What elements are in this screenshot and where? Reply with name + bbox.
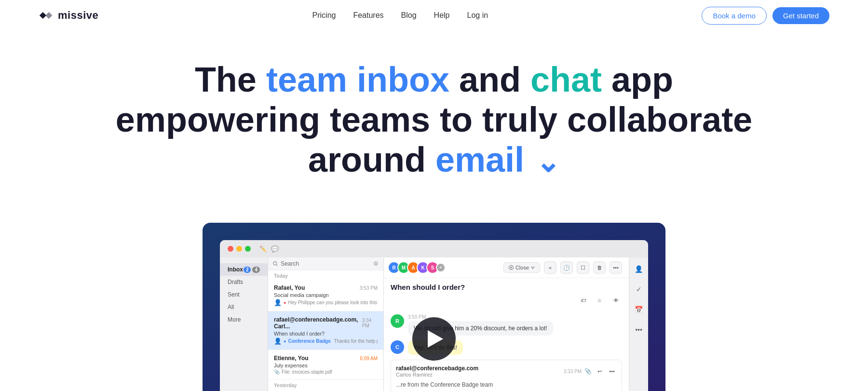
nav-pricing[interactable]: Pricing xyxy=(312,11,336,20)
filter-icon[interactable]: ⚙ xyxy=(373,260,379,267)
email-item-1-time: 3:53 PM xyxy=(360,285,378,291)
hero-text-and: and xyxy=(459,60,530,99)
right-person-icon[interactable]: 👤 xyxy=(632,262,646,276)
msg-3-more-icon[interactable]: ••• xyxy=(607,366,617,376)
email-item-2-subject: When should I order? xyxy=(274,331,378,337)
email-item-3-subject: July expenses xyxy=(274,363,378,368)
email-view-actions: Close « 🕐 ☐ 🗑 ••• xyxy=(503,261,622,274)
comment-icon[interactable]: 💬 xyxy=(271,245,279,253)
screenshot-wrapper: ✏️ 💬 ⌄ Inbox 2 4 xyxy=(0,223,868,391)
search-icon xyxy=(273,261,278,267)
search-bar: ⚙ xyxy=(268,257,383,270)
more-actions-icon[interactable]: ••• xyxy=(610,261,622,274)
avatar-group: R M A K S + xyxy=(391,261,446,274)
hero-text-app: app xyxy=(611,60,673,99)
sidebar-all-label: All xyxy=(228,304,234,310)
get-started-button[interactable]: Get started xyxy=(773,7,829,24)
chevron-icon[interactable]: ⌄ xyxy=(283,245,288,253)
email-item-3-time: 6:09 AM xyxy=(360,356,378,361)
toolbar-icons: ✏️ 💬 ⌄ xyxy=(259,245,288,253)
sidebar-item-all[interactable]: All xyxy=(220,301,268,313)
svg-line-1 xyxy=(276,265,277,266)
msg-2-avatar: C xyxy=(391,340,404,354)
book-demo-button[interactable]: Book a demo xyxy=(702,7,766,25)
email-dropdown-arrow[interactable]: ⌄ xyxy=(536,146,560,178)
svg-point-0 xyxy=(273,262,277,265)
sidebar-item-sent[interactable]: Sent xyxy=(220,288,268,301)
right-dots-icon[interactable]: ••• xyxy=(632,323,646,337)
close-icon xyxy=(509,265,514,270)
hero-section: The team inbox and chat app empowering t… xyxy=(0,31,868,223)
double-left-icon[interactable]: « xyxy=(544,261,556,274)
hero-highlight-collaborate: collaborate xyxy=(567,100,752,139)
email-item-2-preview: 👤 ● Conference Badge Thanks for the help… xyxy=(274,337,378,345)
logo[interactable]: missive xyxy=(39,9,98,22)
hero-title-line1: The team inbox and chat app xyxy=(19,60,849,100)
screenshot-outer: ✏️ 💬 ⌄ Inbox 2 4 xyxy=(203,223,665,391)
nav-help[interactable]: Help xyxy=(434,11,450,20)
edit-icon[interactable]: ✏️ xyxy=(259,245,267,253)
sidebar-inbox-label: Inbox xyxy=(228,266,243,273)
email-item-3-sender: Etienne, You xyxy=(274,355,309,362)
hero-highlight-chat: chat xyxy=(530,60,602,99)
window-minimize-dot[interactable] xyxy=(236,246,242,252)
nav-features[interactable]: Features xyxy=(353,11,383,20)
sidebar-item-more[interactable]: More xyxy=(220,313,268,326)
clock-icon[interactable]: 🕐 xyxy=(560,261,573,274)
email-item-2-header: rafael@conferencebadge.com, Carl... 3:34… xyxy=(274,316,378,330)
eye-icon[interactable]: 👁 xyxy=(610,294,622,307)
msg-3-sender: rafael@conferencebadge.com xyxy=(396,365,478,372)
email-item-1[interactable]: Rafael, You 3:53 PM Social media campaig… xyxy=(268,280,383,311)
hero-text-around: around xyxy=(308,140,435,179)
play-triangle-icon xyxy=(428,330,443,348)
nav-actions: Book a demo Get started xyxy=(702,7,829,25)
missive-logo-icon xyxy=(39,11,54,20)
play-button[interactable] xyxy=(412,317,456,361)
hero-text-empowering: empowering teams to truly xyxy=(116,100,567,139)
close-chevron-icon xyxy=(531,266,535,270)
sidebar-item-drafts[interactable]: Drafts xyxy=(220,276,268,288)
nav-blog[interactable]: Blog xyxy=(401,11,417,20)
email-item-1-subject: Social media campaign xyxy=(274,292,378,298)
nav-login[interactable]: Log in xyxy=(467,11,488,20)
email-item-4[interactable]: orphelia@nytimes.com ● Partnership inqui… xyxy=(268,389,383,391)
nav-links: Pricing Features Blog Help Log in xyxy=(312,11,488,20)
email-item-3[interactable]: Etienne, You 6:09 AM July expenses 📎 Fil… xyxy=(268,350,383,380)
right-check-icon[interactable]: ✓ xyxy=(632,283,646,296)
star-icon[interactable]: ☆ xyxy=(593,294,606,307)
thread-subject: When should I order? xyxy=(384,278,629,294)
window-titlebar: ✏️ 💬 ⌄ xyxy=(220,240,648,257)
msg-1-avatar: R xyxy=(391,314,404,328)
msg-3-body: ...re from the Conference Badge team ...… xyxy=(396,380,617,391)
hero-text-the: The xyxy=(195,60,266,99)
msg-3-paperclip-icon: 📎 xyxy=(584,368,592,375)
avatar-more: + xyxy=(436,263,446,272)
subject-actions: 🏷 ☆ 👁 xyxy=(384,294,629,310)
sidebar-more-label: More xyxy=(228,316,241,323)
trash-icon[interactable]: 🗑 xyxy=(593,261,606,274)
sidebar-item-inbox[interactable]: Inbox 2 4 xyxy=(220,263,268,276)
sidebar-inbox-badge2: 4 xyxy=(252,267,260,273)
hero-highlight-team-inbox: team inbox xyxy=(266,60,449,99)
msg-3-reply-icon[interactable]: ↩ xyxy=(595,366,604,376)
msg-3-time: 3:33 PM xyxy=(564,369,582,374)
email-item-2-sender: rafael@conferencebadge.com, Carl... xyxy=(274,316,362,330)
window-maximize-dot[interactable] xyxy=(245,246,251,252)
window-close-dot[interactable] xyxy=(228,246,233,252)
close-button[interactable]: Close xyxy=(503,262,540,273)
search-input[interactable] xyxy=(281,260,370,267)
close-btn-label: Close xyxy=(515,265,529,270)
app-window: ✏️ 💬 ⌄ Inbox 2 4 xyxy=(220,240,648,391)
email-list: ⚙ Today Rafael, You 3:53 PM Social media… xyxy=(268,257,384,391)
sidebar-sent-label: Sent xyxy=(228,291,240,298)
email-item-1-preview: 👤 ● Hey Philippe can you please look int… xyxy=(274,299,378,306)
right-calendar-icon[interactable]: 📅 xyxy=(632,303,646,316)
msg-3-actions: 3:33 PM 📎 ↩ ••• xyxy=(564,366,617,376)
email-item-2[interactable]: rafael@conferencebadge.com, Carl... 3:34… xyxy=(268,311,383,350)
tag-icon[interactable]: 🏷 xyxy=(577,294,589,307)
archive-icon[interactable]: ☐ xyxy=(577,261,589,274)
message-3: rafael@conferencebadge.com Carlos Ramire… xyxy=(391,360,622,391)
hero-title-line2: empowering teams to truly collaborate xyxy=(19,100,849,140)
logo-text: missive xyxy=(58,9,98,22)
sidebar-drafts-label: Drafts xyxy=(228,279,243,285)
